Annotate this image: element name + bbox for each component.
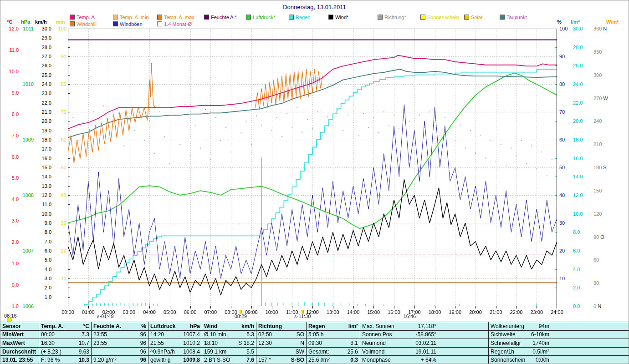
astro-value: -58.865° xyxy=(401,331,436,338)
cell-detail: 12:30 xyxy=(258,340,272,346)
axis-tick-kmh: 24.0 xyxy=(36,81,51,87)
cell-detail: 02:50 xyxy=(258,331,272,338)
table-cell: ^0.9hPa/h1008.4 xyxy=(148,348,202,356)
axis-tick-value: 6.0 xyxy=(573,248,580,253)
legend-label: Luftdruck* xyxy=(253,15,276,20)
axis-header-lm2: l/m² xyxy=(571,19,580,25)
compass-letter: N xyxy=(603,26,607,31)
legend-item-temp-a-min[interactable]: Temp. A. min xyxy=(113,15,149,20)
x-axis-label: 15:00 xyxy=(363,309,384,315)
compass-letter: W xyxy=(603,96,608,101)
astro-label: Vollmond xyxy=(362,349,401,355)
table-cell: SW xyxy=(256,348,307,356)
axis-tick-kmh: 13.0 xyxy=(36,183,51,189)
axis-tick-min: 40 xyxy=(51,192,66,198)
column-label: Luftdruck xyxy=(150,323,175,329)
astro-cell: Sichtweite6-10km xyxy=(489,331,629,339)
legend-label: Wind* xyxy=(335,15,348,20)
legend-item-windb-en[interactable]: Windböen xyxy=(113,21,143,27)
axis-tick-value: 18.0 xyxy=(573,137,583,142)
row-label: 13.01. 23:55 xyxy=(2,357,33,363)
table-cell: 16:3010.7 xyxy=(39,339,92,348)
axis-tick-value: 24.0 xyxy=(573,81,583,87)
taupunkt-swatch-icon xyxy=(500,15,505,20)
cell-detail: 5:05 h xyxy=(308,331,323,338)
axis-tick-min: 100 xyxy=(51,26,66,31)
axis-tick-kmh: 6.0 xyxy=(36,248,51,253)
marker-time: 08:29 xyxy=(235,313,247,319)
column-unit: °C xyxy=(82,323,89,329)
legend-item-wind[interactable]: Wind* xyxy=(328,15,348,20)
axis-tick-value: 30 xyxy=(559,220,565,226)
cell-value: 1010.2 xyxy=(181,340,200,346)
legend-item-luftdruck[interactable]: Luftdruck* xyxy=(246,15,276,20)
table-cell: 96 xyxy=(92,348,148,356)
axis-tick-min: 10 xyxy=(51,276,66,281)
astro-cell: Sonnenschein0:00h xyxy=(489,356,629,364)
axis-tick-kmh: 28.0 xyxy=(36,45,51,50)
axis-tick-dir: 360N xyxy=(593,26,617,31)
weather-chart-canvas[interactable] xyxy=(68,29,557,310)
cell-value: 0.3 xyxy=(348,357,358,363)
legend-item-taupunkt[interactable]: Taupunkt xyxy=(500,15,527,20)
solar-swatch-icon xyxy=(464,15,469,20)
axis-tick-dir: 300 xyxy=(593,72,617,78)
axis-tick-temp_c: -1.0 xyxy=(3,303,19,309)
axis-tick-temp_c: 4.0 xyxy=(3,197,19,202)
astro-value: 6-10km xyxy=(529,331,549,338)
axis-tick-pct: 10 xyxy=(559,276,583,281)
legend-item-temp-a-max[interactable]: Temp. A. max xyxy=(157,15,194,20)
axis-tick-min: 30 xyxy=(51,220,66,226)
legend-item-feuchte-a[interactable]: Feuchte A.* xyxy=(204,15,237,20)
axis-tick-kmh: 3.0 xyxy=(36,276,51,281)
legend-item-windchill[interactable]: Windchill xyxy=(70,21,97,27)
table-header-temp-a: Temp. A.°C xyxy=(39,322,92,331)
moon-rise-arrow-icon: ∧· xyxy=(294,314,299,319)
cell-value: 25.6 xyxy=(346,349,358,355)
column-label: Temp. A. xyxy=(41,323,63,329)
axis-tick-value: 20 xyxy=(559,248,565,253)
cell-value: 10.3 xyxy=(77,357,89,363)
axis-tick-value: 90 xyxy=(559,54,565,59)
table-cell: gewittrig1009.8 xyxy=(148,356,202,364)
axis-tick-value: 22.0 xyxy=(573,100,583,106)
axis-tick-dir: 180S xyxy=(593,165,617,170)
axis-tick-dir: 270W xyxy=(593,96,617,101)
axis-tick-value: 60 xyxy=(593,257,599,263)
axis-tick-value: 10 xyxy=(559,276,565,281)
sonnenschein-swatch-icon xyxy=(420,15,425,20)
legend-item-1-4-monat[interactable]: 1.4 Monat-Ø xyxy=(157,21,192,27)
astro-label: Schneefallgr xyxy=(491,340,529,346)
axis-tick-dir: 90O xyxy=(593,234,617,240)
x-axis-label: 23:00 xyxy=(527,309,547,315)
column-label: Wind xyxy=(204,323,217,329)
x-axis-label: 04:00 xyxy=(139,309,159,315)
x-axis-label: 14:00 xyxy=(343,309,363,315)
legend-item-sonnenschein[interactable]: Sonnenschein xyxy=(420,15,459,20)
legend-item-regen[interactable]: Regen xyxy=(289,15,310,20)
legend-label: 1.4 Monat-Ø xyxy=(164,21,192,27)
axis-tick-kmh: 27.0 xyxy=(36,54,51,59)
axis-tick-value: 16.0 xyxy=(573,156,583,161)
cell-detail: 14:20 xyxy=(150,331,164,338)
astro-value: 03.02.11 xyxy=(401,340,436,346)
axis-tick-temp_c: 6.0 xyxy=(3,154,19,160)
time-marker-08-29: 08:29 xyxy=(225,313,256,319)
axis-tick-kmh: 11.0 xyxy=(36,202,51,207)
table-cell: 14:201007.4 xyxy=(148,331,202,339)
legend-item-solar[interactable]: Solar xyxy=(464,15,483,20)
table-row-label: 13.01. 23:55 xyxy=(0,356,39,364)
legend-item-temp-a[interactable]: Temp. A. xyxy=(70,15,96,20)
axis-tick-kmh: 18.0 xyxy=(36,137,51,142)
legend-item-richtung[interactable]: Richtung* xyxy=(378,15,406,20)
legend-label: Regen xyxy=(296,15,310,20)
axis-header-min: min xyxy=(56,19,65,25)
axis-tick-value: 60 xyxy=(559,137,565,142)
axis-tick-kmh: 19.0 xyxy=(36,128,51,133)
axis-tick-value: 40 xyxy=(559,192,565,198)
cell-value: 96 xyxy=(138,349,146,355)
axis-tick-min: 80 xyxy=(51,81,66,87)
axis-tick-value: 8.0 xyxy=(573,229,580,235)
x-axis-label: 20:00 xyxy=(465,309,486,315)
axis-tick-value: 12.0 xyxy=(573,192,583,198)
